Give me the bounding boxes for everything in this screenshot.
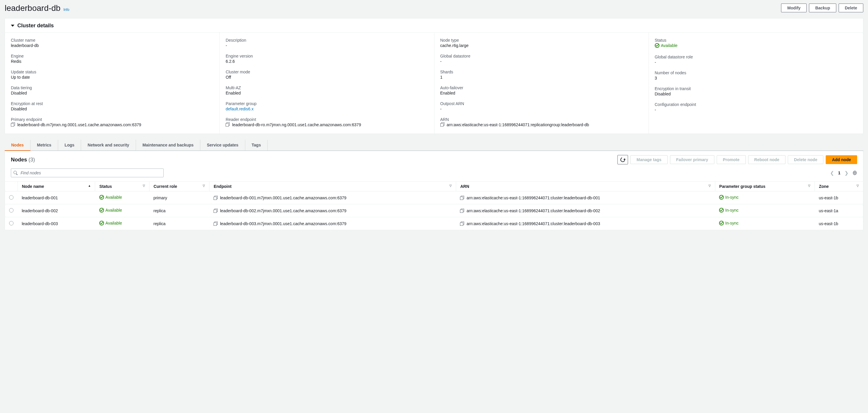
detail-item: Shards1 [440, 70, 643, 79]
search-input[interactable] [11, 169, 164, 177]
cell-node-name: leaderboard-db-003 [18, 217, 95, 230]
prev-page-icon[interactable]: ❮ [830, 170, 834, 176]
details-column: Description-Engine version6.2.6Cluster m… [219, 32, 434, 134]
select-column-header [5, 182, 18, 192]
detail-label: Auto-failover [440, 85, 643, 90]
nodes-toolbar: ❮ 1 ❯ [5, 169, 863, 181]
pagination: ❮ 1 ❯ [830, 170, 857, 176]
detail-item: StatusAvailable [655, 38, 857, 49]
promote-button[interactable]: Promote [717, 155, 746, 164]
row-radio[interactable] [9, 208, 13, 212]
manage-tags-button[interactable]: Manage tags [630, 155, 668, 164]
column-header[interactable]: Node name▲ [18, 182, 95, 192]
cell-endpoint: leaderboard-db-001.m7jmxn.0001.use1.cach… [210, 192, 456, 204]
cell-pg-status: In-sync [715, 204, 814, 217]
sort-icon: ▽ [450, 184, 452, 187]
detail-label: Global datastore role [655, 55, 857, 59]
copy-icon[interactable] [11, 123, 15, 127]
reboot-node-button[interactable]: Reboot node [748, 155, 786, 164]
detail-value: - [225, 43, 428, 48]
tab-nodes[interactable]: Nodes [5, 140, 31, 151]
cluster-details-header[interactable]: Cluster details [5, 19, 863, 32]
detail-value: leaderboard-db [11, 43, 214, 48]
copy-icon[interactable] [214, 209, 218, 213]
detail-value: Redis [11, 59, 214, 64]
detail-item: Data tieringDisabled [11, 85, 214, 95]
detail-item: Reader endpointleaderboard-db-ro.m7jmxn.… [225, 117, 428, 127]
table-row: leaderboard-db-002Availablereplicaleader… [5, 204, 863, 217]
column-header[interactable]: Endpoint▽ [210, 182, 456, 192]
sort-icon: ▽ [203, 184, 205, 187]
column-header[interactable]: Current role▽ [149, 182, 210, 192]
check-circle-icon [655, 43, 659, 48]
sort-asc-icon: ▲ [88, 184, 91, 187]
tab-maintenance-and-backups[interactable]: Maintenance and backups [136, 140, 200, 150]
column-header[interactable]: Zone▽ [814, 182, 863, 192]
modify-button[interactable]: Modify [781, 3, 807, 12]
detail-value-text: arn:aws:elasticache:us-east-1:1689962440… [447, 123, 589, 127]
refresh-icon [620, 157, 626, 163]
check-circle-icon [99, 208, 104, 212]
tab-network-and-security[interactable]: Network and security [81, 140, 136, 150]
copy-icon[interactable] [460, 209, 464, 213]
failover-primary-button[interactable]: Failover primary [670, 155, 714, 164]
settings-icon[interactable] [852, 171, 857, 175]
search-icon [13, 171, 18, 175]
nodes-count: (3) [29, 157, 35, 163]
check-circle-icon [99, 221, 104, 226]
detail-label: Primary endpoint [11, 117, 214, 122]
cell-arn: arn:aws:elasticache:us-east-1:1689962440… [456, 192, 715, 204]
refresh-button[interactable] [617, 155, 628, 164]
detail-value: cache.r6g.large [440, 43, 643, 48]
detail-value: Off [225, 75, 428, 79]
cell-status: Available [95, 204, 149, 217]
detail-value: - [655, 107, 857, 112]
column-header[interactable]: ARN▽ [456, 182, 715, 192]
copy-icon[interactable] [460, 221, 464, 226]
detail-item: Parameter groupdefault.redis6.x [225, 101, 428, 111]
table-row: leaderboard-db-003Availablereplicaleader… [5, 217, 863, 230]
tab-tags[interactable]: Tags [245, 140, 268, 150]
cluster-details-title: Cluster details [17, 23, 54, 29]
page-title-wrap: leaderboard-db Info [5, 3, 69, 13]
column-header[interactable]: Parameter group status▽ [715, 182, 814, 192]
detail-value: Enabled [440, 91, 643, 95]
tab-service-updates[interactable]: Service updates [200, 140, 245, 150]
copy-icon[interactable] [440, 123, 444, 127]
detail-item: Cluster nameleaderboard-db [11, 38, 214, 48]
add-node-button[interactable]: Add node [826, 155, 857, 164]
copy-icon[interactable] [460, 196, 464, 200]
row-radio[interactable] [9, 195, 13, 200]
row-radio[interactable] [9, 221, 13, 226]
copy-icon[interactable] [225, 123, 230, 127]
detail-value: Enabled [225, 91, 428, 95]
tab-logs[interactable]: Logs [58, 140, 81, 150]
info-link[interactable]: Info [63, 8, 69, 12]
copy-icon[interactable] [214, 196, 218, 200]
delete-button[interactable]: Delete [839, 3, 863, 12]
detail-item: Auto-failoverEnabled [440, 85, 643, 95]
detail-label: Number of nodes [655, 70, 857, 75]
detail-item: Update statusUp to date [11, 70, 214, 79]
detail-value[interactable]: default.redis6.x [225, 107, 428, 111]
cell-zone: us-east-1b [814, 192, 863, 204]
nodes-actions: Manage tags Failover primary Promote Reb… [617, 155, 857, 164]
nodes-panel: Nodes (3) Manage tags Failover primary P… [5, 151, 863, 230]
detail-value: - [440, 107, 643, 111]
detail-label: Configuration endpoint [655, 102, 857, 107]
detail-item: Global datastore- [440, 54, 643, 64]
tabs: NodesMetricsLogsNetwork and securityMain… [5, 140, 863, 151]
tab-metrics[interactable]: Metrics [31, 140, 58, 150]
cell-role: replica [149, 204, 210, 217]
column-header[interactable]: Status▽ [95, 182, 149, 192]
detail-label: Update status [11, 70, 214, 74]
check-circle-icon [719, 195, 724, 200]
detail-item: Multi-AZEnabled [225, 85, 428, 95]
next-page-icon[interactable]: ❯ [844, 170, 848, 176]
copy-icon[interactable] [214, 221, 218, 226]
delete-node-button[interactable]: Delete node [788, 155, 823, 164]
detail-label: Outpost ARN [440, 101, 643, 106]
detail-label: Multi-AZ [225, 85, 428, 90]
cell-endpoint: leaderboard-db-002.m7jmxn.0001.use1.cach… [210, 204, 456, 217]
backup-button[interactable]: Backup [809, 3, 836, 12]
